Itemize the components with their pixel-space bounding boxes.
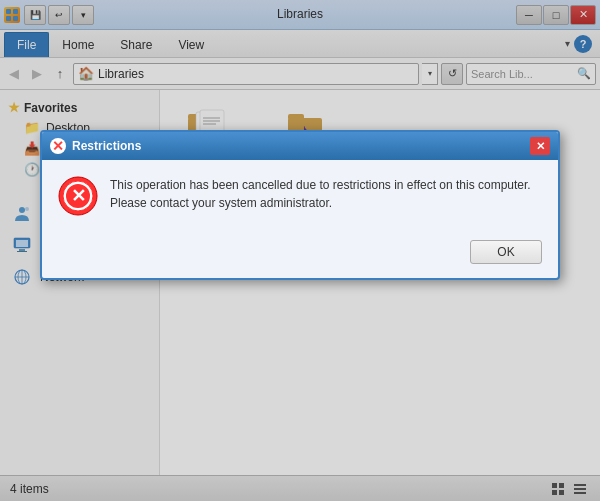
modal-title-left: ✕ Restrictions [50,138,141,154]
modal-error-icon: ✕ [58,176,98,216]
modal-body: ✕ This operation has been cancelled due … [42,160,558,232]
modal-title-error-icon: ✕ [50,138,66,154]
restrictions-dialog: ✕ Restrictions ✕ ✕ This operation has be… [40,130,560,280]
ok-button[interactable]: OK [470,240,542,264]
modal-title-bar: ✕ Restrictions ✕ [42,132,558,160]
modal-title-text: Restrictions [72,139,141,153]
modal-close-button[interactable]: ✕ [530,137,550,155]
svg-text:✕: ✕ [71,186,86,206]
modal-footer: OK [42,232,558,278]
modal-overlay: ✕ Restrictions ✕ ✕ This operation has be… [0,0,600,501]
modal-message: This operation has been cancelled due to… [110,176,542,212]
